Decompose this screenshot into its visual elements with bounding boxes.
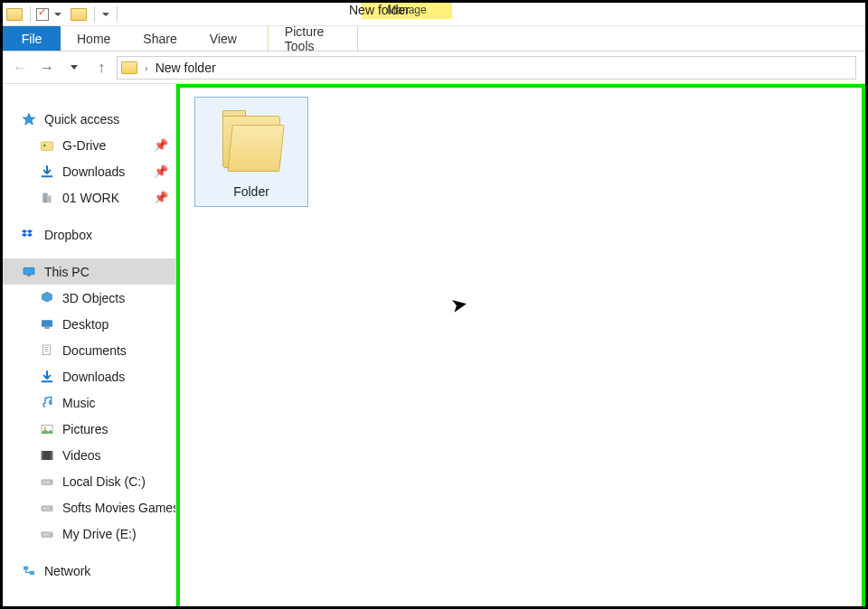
drive-icon [39, 501, 55, 515]
file-item-folder[interactable]: Folder [194, 97, 308, 207]
sidebar-item-downloads-pc[interactable]: Downloads [3, 363, 175, 389]
properties-icon[interactable] [36, 8, 49, 21]
sidebar-item-label: My Drive (E:) [62, 527, 137, 541]
tab-share[interactable]: Share [127, 26, 193, 51]
tab-file[interactable]: File [3, 26, 61, 51]
folder-icon[interactable] [71, 8, 87, 21]
sidebar-item-label: This PC [44, 265, 90, 279]
sidebar-item-label: Local Disk (C:) [62, 474, 146, 489]
sidebar-item-label: G-Drive [62, 138, 106, 153]
cube-icon [39, 291, 55, 305]
download-icon [39, 370, 55, 384]
svg-rect-4 [48, 195, 52, 202]
star-icon [21, 112, 37, 126]
sidebar-item-3d-objects[interactable]: 3D Objects [3, 285, 175, 311]
svg-rect-17 [51, 451, 52, 459]
file-item-label: Folder [233, 184, 269, 199]
svg-rect-9 [42, 345, 50, 355]
sidebar-dropbox[interactable]: Dropbox [3, 221, 175, 248]
svg-rect-3 [42, 192, 47, 202]
svg-point-14 [44, 426, 47, 429]
folder-icon[interactable] [6, 8, 23, 21]
ribbon-tabs: File Home Share View Picture Tools [3, 26, 865, 52]
chevron-down-icon [71, 65, 78, 70]
sidebar-item-desktop[interactable]: Desktop [3, 311, 175, 337]
sidebar-item-label: Downloads [62, 370, 125, 384]
sidebar-item-01work[interactable]: 01 WORK 📌 [3, 184, 175, 211]
sidebar-item-label: Pictures [62, 422, 108, 436]
sidebar-item-label: Music [62, 396, 96, 410]
sidebar-item-label: Videos [62, 448, 101, 463]
svg-rect-24 [24, 566, 28, 569]
chevron-down-icon[interactable] [102, 13, 109, 16]
navigation-row: ← → ↑ › New folder [3, 52, 865, 84]
pictures-icon [39, 422, 55, 436]
breadcrumb[interactable]: New folder [156, 61, 216, 75]
title-bar: Manage New folder [3, 3, 865, 26]
dropbox-icon [21, 228, 37, 242]
sidebar-item-videos[interactable]: Videos [3, 442, 175, 468]
up-button[interactable]: ↑ [90, 56, 113, 80]
content-pane[interactable]: Folder ➤ [176, 84, 865, 606]
back-button[interactable]: ← [8, 56, 32, 80]
videos-icon [39, 448, 55, 463]
sidebar-item-label: Softs Movies Games [62, 501, 176, 515]
sidebar-item-label: Quick access [44, 112, 119, 126]
sidebar-this-pc[interactable]: This PC [3, 258, 175, 285]
folder-icon [121, 61, 137, 74]
window-title: New folder [349, 3, 410, 17]
cursor-icon: ➤ [449, 293, 469, 319]
sidebar-network[interactable]: Network [3, 557, 175, 584]
building-icon [39, 191, 55, 205]
pin-icon: 📌 [154, 191, 168, 204]
chevron-down-icon[interactable] [54, 13, 61, 16]
pin-icon: 📌 [154, 164, 168, 178]
chevron-right-icon[interactable]: › [145, 62, 148, 73]
folder-icon [219, 110, 284, 175]
sidebar-item-gdrive[interactable]: G-Drive 📌 [3, 132, 175, 158]
sidebar-item-label: Desktop [62, 317, 108, 332]
svg-rect-16 [42, 451, 43, 459]
forward-button[interactable]: → [35, 56, 59, 80]
music-icon [39, 396, 55, 410]
sidebar-item-my-drive-e[interactable]: My Drive (E:) [3, 520, 175, 547]
sidebar-item-label: Dropbox [44, 228, 92, 242]
main-area: Quick access G-Drive 📌 Downloads 📌 01 WO… [3, 84, 865, 606]
svg-point-23 [50, 534, 51, 535]
address-bar[interactable]: › New folder [117, 56, 856, 80]
sidebar-quick-access[interactable]: Quick access [3, 106, 175, 132]
drive-icon [39, 527, 55, 541]
divider [30, 6, 31, 23]
divider [117, 6, 118, 23]
sidebar-item-downloads[interactable]: Downloads 📌 [3, 158, 175, 184]
svg-rect-8 [44, 327, 49, 328]
sidebar-item-local-disk-c[interactable]: Local Disk (C:) [3, 468, 175, 494]
download-icon [39, 164, 55, 179]
recent-locations-button[interactable] [62, 56, 86, 80]
sidebar-item-label: Documents [62, 343, 127, 358]
network-icon [21, 564, 37, 578]
svg-rect-1 [41, 142, 52, 150]
svg-rect-5 [24, 267, 34, 274]
tab-picture-tools[interactable]: Picture Tools [268, 26, 358, 51]
sidebar-item-softs-movies-games[interactable]: Softs Movies Games [3, 494, 175, 520]
sidebar-item-pictures[interactable]: Pictures [3, 416, 175, 442]
divider [94, 6, 95, 23]
svg-rect-7 [42, 320, 52, 326]
svg-point-19 [50, 482, 51, 483]
sidebar-item-label: Downloads [62, 164, 125, 179]
svg-point-2 [43, 144, 46, 146]
drive-icon [39, 474, 55, 489]
cloud-drive-icon [39, 138, 55, 153]
sidebar-item-music[interactable]: Music [3, 389, 175, 416]
svg-point-21 [50, 508, 51, 509]
navigation-pane[interactable]: Quick access G-Drive 📌 Downloads 📌 01 WO… [3, 84, 176, 606]
tab-view[interactable]: View [193, 26, 253, 51]
sidebar-item-documents[interactable]: Documents [3, 337, 175, 363]
svg-marker-0 [23, 113, 34, 125]
sidebar-item-label: 01 WORK [62, 191, 119, 205]
pin-icon: 📌 [154, 138, 168, 152]
document-icon [39, 343, 55, 358]
tab-home[interactable]: Home [61, 26, 127, 51]
desktop-icon [39, 317, 55, 332]
